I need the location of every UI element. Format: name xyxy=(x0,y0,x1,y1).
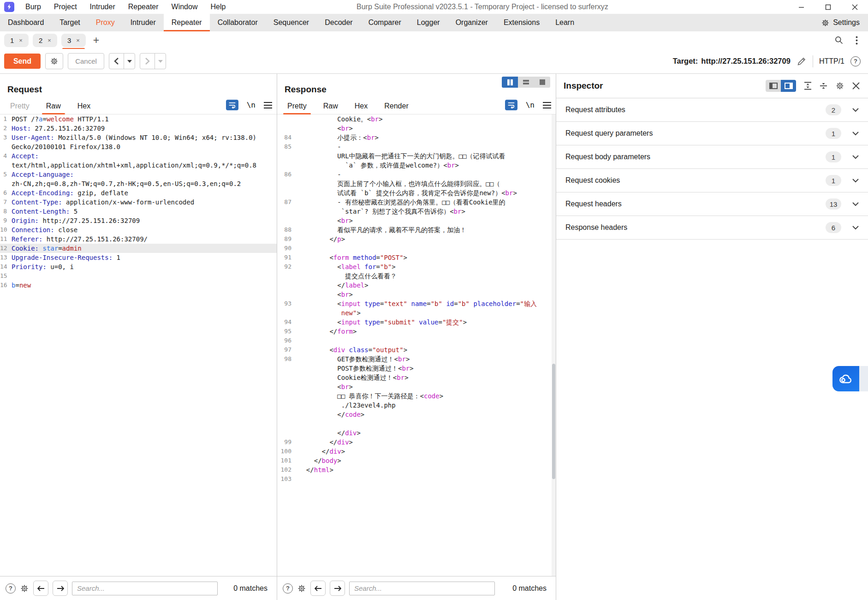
tab-decoder[interactable]: Decoder xyxy=(317,14,360,31)
tab-dashboard[interactable]: Dashboard xyxy=(0,14,52,31)
chevron-down-icon[interactable] xyxy=(852,226,859,230)
response-search-input[interactable] xyxy=(349,582,495,595)
editor-menu-icon[interactable] xyxy=(543,102,551,108)
help-icon[interactable]: ? xyxy=(6,583,16,594)
code-line[interactable]: POST参数检测通过！<br> xyxy=(277,364,556,373)
menu-burp[interactable]: Burp xyxy=(19,3,48,11)
menu-help[interactable]: Help xyxy=(204,3,232,11)
request-tab-raw[interactable]: Raw xyxy=(38,98,69,114)
request-tab-hex[interactable]: Hex xyxy=(69,98,99,114)
code-line[interactable]: 98GET参数检测通过！<br> xyxy=(277,354,556,364)
edit-target-pencil-icon[interactable] xyxy=(797,56,807,66)
code-line[interactable]: <br> xyxy=(277,216,556,225)
code-line[interactable]: 5Accept-Language: xyxy=(0,170,277,179)
code-line[interactable]: 12Cookie: star=admin xyxy=(0,244,277,253)
code-line[interactable]: 103 xyxy=(277,474,556,484)
close-icon[interactable] xyxy=(841,0,868,14)
code-line[interactable]: 96 xyxy=(277,336,556,345)
editor-menu-icon[interactable] xyxy=(264,102,272,108)
code-line[interactable]: <br> xyxy=(277,124,556,133)
code-line[interactable]: 88看似平凡的请求，藏着不平凡的答案，加油！ xyxy=(277,225,556,234)
code-line[interactable]: 101</body> xyxy=(277,456,556,465)
tab-intruder[interactable]: Intruder xyxy=(123,14,164,31)
code-line[interactable]: 9Origin: http://27.25.151.26:32709 xyxy=(0,216,277,225)
code-line[interactable]: 97<div class="output"> xyxy=(277,345,556,354)
code-line[interactable]: 93<input type="text" name="b" id="b" pla… xyxy=(277,299,556,308)
gear-icon[interactable] xyxy=(20,584,29,593)
layout-rows-icon[interactable] xyxy=(518,77,534,88)
code-line[interactable]: 100</div> xyxy=(277,447,556,456)
gear-icon[interactable] xyxy=(835,81,844,90)
code-line[interactable]: `a` 参数，或许值是welcome?）<br> xyxy=(277,161,556,170)
code-line[interactable]: 13Upgrade-Insecure-Requests: 1 xyxy=(0,253,277,262)
code-line[interactable]: 102</html> xyxy=(277,465,556,474)
word-wrap-icon[interactable] xyxy=(226,100,238,110)
code-line[interactable]: 8Content-Length: 5 xyxy=(0,207,277,216)
code-line[interactable]: 提交点什么看看？ xyxy=(277,271,556,281)
code-line[interactable]: 91<form method="POST"> xyxy=(277,253,556,262)
code-line[interactable]: 87- 有些秘密藏在浏览器的小角落里。□□（看看Cookie里的 xyxy=(277,198,556,207)
close-tab-icon[interactable]: × xyxy=(48,37,51,43)
code-line[interactable]: □□ 恭喜你！下一关路径是：<code> xyxy=(277,391,556,401)
code-line[interactable]: 99</div> xyxy=(277,438,556,447)
code-line[interactable]: 94<input type="submit" value="提交"> xyxy=(277,318,556,327)
tab-learn[interactable]: Learn xyxy=(547,14,582,31)
response-tab-raw[interactable]: Raw xyxy=(315,98,346,114)
code-line[interactable]: 84小提示：<br> xyxy=(277,133,556,142)
request-tab-pretty[interactable]: Pretty xyxy=(2,98,38,114)
response-tab-render[interactable]: Render xyxy=(376,98,416,114)
maximize-icon[interactable] xyxy=(814,0,841,14)
scrollbar-thumb[interactable] xyxy=(552,364,555,479)
next-match-button[interactable] xyxy=(330,581,345,596)
more-options-icon[interactable] xyxy=(856,36,858,45)
close-tab-icon[interactable]: × xyxy=(76,37,80,43)
chevron-left-icon[interactable] xyxy=(109,54,124,69)
tab-comparer[interactable]: Comparer xyxy=(361,14,409,31)
layout-single-icon[interactable] xyxy=(534,77,550,88)
code-line[interactable]: 试试看 `b` 提交什么内容，我肯定不会告诉你是new?）<br> xyxy=(277,188,556,198)
repeater-tab-1[interactable]: 1× xyxy=(4,34,29,47)
chevron-down-icon[interactable] xyxy=(852,179,859,183)
response-tab-pretty[interactable]: Pretty xyxy=(279,98,315,114)
cancel-button[interactable]: Cancel xyxy=(68,53,104,69)
code-line[interactable]: 1POST /?a=welcome HTTP/1.1 xyxy=(0,114,277,124)
response-scrollbar[interactable] xyxy=(552,114,556,576)
code-line[interactable]: text/html,application/xhtml+xml,applicat… xyxy=(0,161,277,170)
prev-match-button[interactable] xyxy=(310,581,326,596)
code-line[interactable]: 页面上留了个小输入框，也许填点什么能得到回应。□□（ xyxy=(277,179,556,188)
minimize-icon[interactable] xyxy=(788,0,814,14)
code-line[interactable]: `star`? 别想了这个我真不告诉你）<br> xyxy=(277,207,556,216)
code-line[interactable]: URL中隐藏着一把通往下一关的大门钥匙。□□（记得试试看 xyxy=(277,151,556,161)
repeater-tab-3[interactable]: 3× xyxy=(61,34,86,47)
menu-project[interactable]: Project xyxy=(48,3,83,11)
chevron-down-icon[interactable] xyxy=(852,155,859,159)
inspector-section-response-headers[interactable]: Response headers6 xyxy=(556,216,868,240)
tab-repeater[interactable]: Repeater xyxy=(164,14,210,31)
search-icon[interactable] xyxy=(834,36,844,45)
expand-all-icon[interactable] xyxy=(804,82,812,90)
request-editor[interactable]: 1POST /?a=welcome HTTP/1.12Host: 27.25.1… xyxy=(0,114,277,576)
tab-extensions[interactable]: Extensions xyxy=(496,14,547,31)
chevron-right-icon[interactable] xyxy=(140,54,155,69)
code-line[interactable]: <br> xyxy=(277,290,556,299)
tab-logger[interactable]: Logger xyxy=(409,14,448,31)
code-line[interactable]: </div> xyxy=(277,428,556,438)
inspector-section-request-query-parameters[interactable]: Request query parameters1 xyxy=(556,122,868,145)
code-line[interactable]: 11Referer: http://27.25.151.26:32709/ xyxy=(0,234,277,244)
tab-sequencer[interactable]: Sequencer xyxy=(266,14,317,31)
code-line[interactable]: 2Host: 27.25.151.26:32709 xyxy=(0,124,277,133)
code-line[interactable]: 6Accept-Encoding: gzip, deflate xyxy=(0,188,277,198)
inspector-section-request-cookies[interactable]: Request cookies1 xyxy=(556,169,868,192)
code-line[interactable]: zh-CN,zh;q=0.8,zh-TW;q=0.7,zh-HK;q=0.5,e… xyxy=(0,179,277,188)
code-line[interactable]: 16b=new xyxy=(0,281,277,290)
forward-button[interactable] xyxy=(140,53,166,69)
cloud-icon[interactable] xyxy=(832,366,859,391)
cloud-overlay-widget[interactable] xyxy=(832,366,868,391)
code-line[interactable]: </code> xyxy=(277,410,556,419)
code-line[interactable]: 90 xyxy=(277,244,556,253)
prev-match-button[interactable] xyxy=(33,581,48,596)
dock-left-icon[interactable] xyxy=(766,80,781,92)
code-line[interactable]: ./l23evel4.php xyxy=(277,401,556,410)
response-tab-hex[interactable]: Hex xyxy=(346,98,376,114)
help-icon[interactable]: ? xyxy=(850,56,861,66)
